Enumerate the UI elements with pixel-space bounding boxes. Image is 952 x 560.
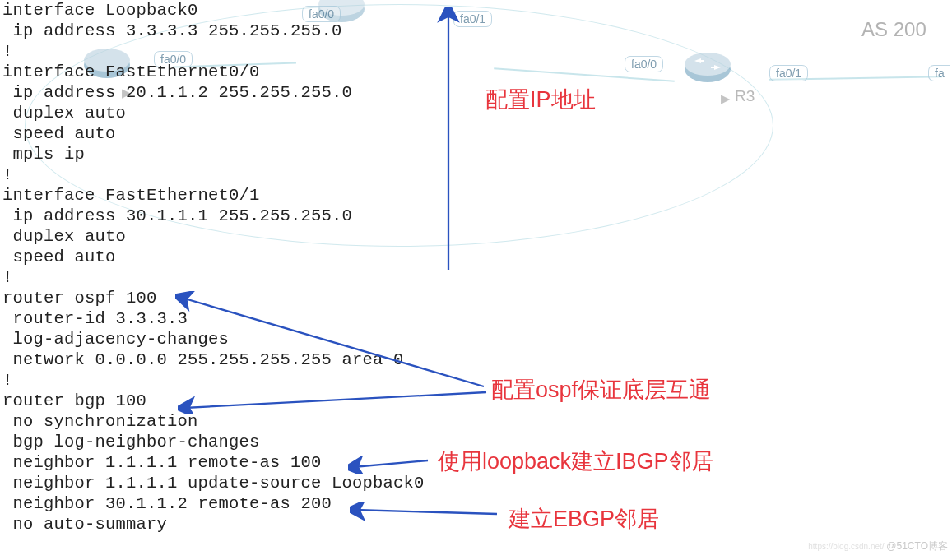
- annotation-ip: 配置IP地址: [485, 85, 596, 114]
- as-label: AS 200: [861, 18, 926, 41]
- svg-line-7: [182, 298, 484, 386]
- int-tag-fa00-3: fa0/0: [625, 56, 663, 72]
- annotation-ebgp: 建立EBGP邻居: [509, 504, 659, 534]
- annotation-ospf: 配置ospf保证底层互通: [491, 375, 711, 405]
- watermark: https://blog.csdn.net/ @51CTO博客: [808, 539, 948, 553]
- svg-line-8: [184, 392, 486, 408]
- int-tag-fa-edge: fa: [928, 65, 950, 81]
- svg-line-9: [353, 460, 428, 467]
- svg-line-10: [355, 510, 497, 514]
- annotation-ibgp: 使用loopback建立IBGP邻居: [438, 447, 713, 476]
- int-tag-fa01-2: fa0/1: [769, 65, 808, 81]
- config-text: interface Loopback0 ip address 3.3.3.3 2…: [2, 0, 425, 535]
- svg-point-1: [685, 53, 731, 76]
